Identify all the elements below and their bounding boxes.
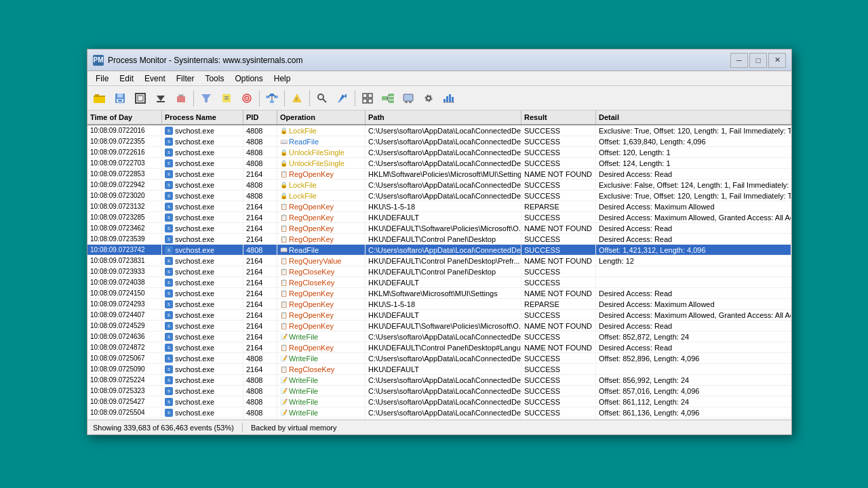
svg-line-32 <box>323 99 326 102</box>
status-memory: Backed by virtual memory <box>251 424 337 432</box>
cell-pid: 4808 <box>243 147 277 157</box>
jump-button[interactable] <box>333 89 352 108</box>
status-separator <box>242 423 243 432</box>
sep3 <box>284 90 285 106</box>
target-button[interactable] <box>237 89 256 108</box>
table-row[interactable]: 10:08:09.0724150 s svchost.exe 2164 📋 Re… <box>87 288 791 299</box>
table-row[interactable]: 10:08:09.0725504 s svchost.exe 4808 📝 Wr… <box>87 407 791 418</box>
col-header-proc[interactable]: Process Name <box>162 110 243 124</box>
cell-path: HKU\DEFAULT <box>366 364 521 374</box>
cell-detail: Desired Access: Read <box>596 169 791 179</box>
cell-proc: s svchost.exe <box>162 125 243 136</box>
cell-time: 10:08:09.0722616 <box>87 147 162 157</box>
highlight-button[interactable] <box>217 89 236 108</box>
cell-proc: s svchost.exe <box>162 169 243 179</box>
process-button[interactable] <box>399 89 418 108</box>
col-header-time[interactable]: Time of Day <box>87 110 162 124</box>
capture-button[interactable] <box>131 89 150 108</box>
table-row[interactable]: 10:08:09.0724038 s svchost.exe 2164 📋 Re… <box>87 277 791 288</box>
cell-result: SUCCESS <box>521 364 596 374</box>
col-header-detail[interactable]: Detail <box>596 110 791 124</box>
table-row[interactable]: 10:08:09.0723933 s svchost.exe 2164 📋 Re… <box>87 266 791 277</box>
table-row[interactable]: 10:08:09.0722016 s svchost.exe 4808 🔒 Lo… <box>87 125 791 136</box>
grid-button[interactable] <box>358 89 377 108</box>
table-row[interactable]: 10:08:09.0724293 s svchost.exe 2164 📋 Re… <box>87 299 791 310</box>
table-row[interactable]: 10:08:09.0723742 s svchost.exe 4808 📖 Re… <box>87 245 791 256</box>
cell-proc: s svchost.exe <box>162 136 243 146</box>
cell-result: NAME NOT FOUND <box>521 223 596 233</box>
find-button[interactable] <box>313 89 332 108</box>
svg-rect-51 <box>443 99 446 102</box>
settings-button[interactable] <box>419 89 438 108</box>
table-row[interactable]: 10:08:09.0725224 s svchost.exe 4808 📝 Wr… <box>87 375 791 386</box>
event-button[interactable]: ! <box>288 89 307 108</box>
table-row[interactable]: 10:08:09.0724872 s svchost.exe 2164 📋 Re… <box>87 342 791 353</box>
table-row[interactable]: 10:08:09.0724636 s svchost.exe 2164 📝 Wr… <box>87 331 791 342</box>
autoscroll-button[interactable] <box>151 89 170 108</box>
cell-proc: s svchost.exe <box>162 375 243 385</box>
cell-proc: s svchost.exe <box>162 147 243 157</box>
menu-filter[interactable]: Filter <box>171 73 200 85</box>
event-table[interactable]: 10:08:09.0722016 s svchost.exe 4808 🔒 Lo… <box>87 125 791 420</box>
menu-file[interactable]: File <box>90 73 114 85</box>
graph-button[interactable] <box>439 89 458 108</box>
menu-tools[interactable]: Tools <box>199 73 229 85</box>
col-header-op[interactable]: Operation <box>277 110 366 124</box>
cell-path: HKU\DEFAULT\Control Panel\Desktop#Langua… <box>366 342 521 352</box>
menu-options[interactable]: Options <box>229 73 268 85</box>
save-button[interactable] <box>111 89 130 108</box>
table-row[interactable]: 10:08:09.0723132 s svchost.exe 2164 📋 Re… <box>87 201 791 212</box>
cell-proc: s svchost.exe <box>162 212 243 222</box>
table-row[interactable]: 10:08:09.0722355 s svchost.exe 4808 📖 Re… <box>87 136 791 147</box>
menu-event[interactable]: Event <box>139 73 171 85</box>
cell-detail: Offset: 124, Length: 1 <box>596 158 791 168</box>
filter-button[interactable] <box>197 89 216 108</box>
cell-proc: s svchost.exe <box>162 201 243 211</box>
table-row[interactable]: 10:08:09.0723539 s svchost.exe 2164 📋 Re… <box>87 234 791 245</box>
table-row[interactable]: 10:08:09.0724407 s svchost.exe 2164 📋 Re… <box>87 310 791 321</box>
cell-detail: Desired Access: Read <box>596 342 791 352</box>
col-header-result[interactable]: Result <box>521 110 596 124</box>
col-header-pid[interactable]: PID <box>243 110 277 124</box>
cell-path: C:\Users\softaro\AppData\Local\Connected… <box>366 190 521 201</box>
table-row[interactable]: 10:08:09.0724529 s svchost.exe 2164 📋 Re… <box>87 321 791 331</box>
table-row[interactable]: 10:08:09.0723020 s svchost.exe 4808 🔒 Lo… <box>87 190 791 201</box>
cell-pid: 2164 <box>243 169 277 179</box>
process-tree-button[interactable] <box>378 89 397 108</box>
table-row[interactable]: 10:08:09.0723831 s svchost.exe 2164 📋 Re… <box>87 256 791 266</box>
toolbar: ! <box>87 86 791 110</box>
cell-result: NAME NOT FOUND <box>521 169 596 179</box>
table-row[interactable]: 10:08:09.0722703 s svchost.exe 4808 🔒 Un… <box>87 158 791 169</box>
menu-help[interactable]: Help <box>269 73 296 85</box>
cell-time: 10:08:09.0723132 <box>87 201 162 211</box>
table-row[interactable]: 10:08:09.0722942 s svchost.exe 4808 🔒 Lo… <box>87 180 791 190</box>
table-row[interactable]: 10:08:09.0723285 s svchost.exe 2164 📋 Re… <box>87 212 791 223</box>
window-title: Process Monitor - Sysinternals: www.sysi… <box>108 56 730 65</box>
cell-op: 🔒 UnlockFileSingle <box>277 147 366 157</box>
cell-proc: s svchost.exe <box>162 321 243 331</box>
table-row[interactable]: 10:08:09.0723462 s svchost.exe 2164 📋 Re… <box>87 223 791 234</box>
close-button[interactable]: ✕ <box>768 53 786 68</box>
maximize-button[interactable]: □ <box>749 53 767 68</box>
table-row[interactable]: 10:08:09.0725090 s svchost.exe 2164 📋 Re… <box>87 364 791 375</box>
cell-pid: 4808 <box>243 245 277 255</box>
cell-proc: s svchost.exe <box>162 158 243 168</box>
table-row[interactable]: 10:08:09.0725427 s svchost.exe 4808 📝 Wr… <box>87 396 791 407</box>
menu-edit[interactable]: Edit <box>114 73 139 85</box>
table-row[interactable]: 10:08:09.0722853 s svchost.exe 2164 📋 Re… <box>87 169 791 180</box>
table-row[interactable]: 10:08:09.0725067 s svchost.exe 4808 📝 Wr… <box>87 353 791 364</box>
open-button[interactable] <box>90 89 109 108</box>
network-button[interactable] <box>262 89 281 108</box>
clear-button[interactable] <box>172 89 191 108</box>
table-row[interactable]: 10:08:09.0725323 s svchost.exe 4808 📝 Wr… <box>87 386 791 396</box>
table-row[interactable]: 10:08:09.0722616 s svchost.exe 4808 🔒 Un… <box>87 147 791 158</box>
svg-rect-48 <box>409 101 412 103</box>
col-header-path[interactable]: Path <box>366 110 521 124</box>
cell-op: 📝 WriteFile <box>277 386 366 396</box>
cell-time: 10:08:09.0725427 <box>87 396 162 407</box>
cell-pid: 4808 <box>243 125 277 136</box>
cell-proc: s svchost.exe <box>162 299 243 309</box>
cell-result: SUCCESS <box>521 212 596 222</box>
minimize-button[interactable]: ─ <box>730 53 748 68</box>
cell-time: 10:08:09.0722853 <box>87 169 162 179</box>
